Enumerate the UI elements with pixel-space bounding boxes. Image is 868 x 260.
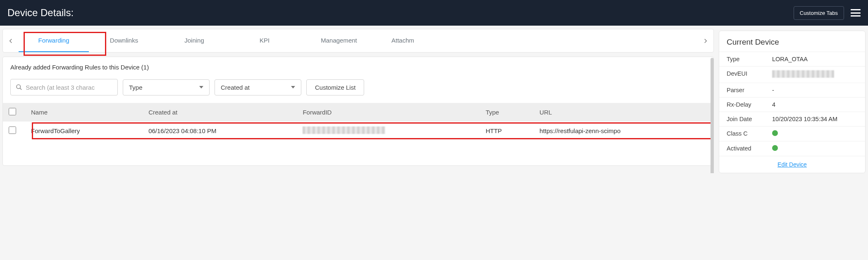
row-checkbox[interactable]	[9, 126, 16, 134]
svg-line-1	[20, 88, 21, 90]
field-deveui: DevEUI	[719, 66, 865, 83]
tab-downlinks[interactable]: Downlinks	[89, 29, 159, 52]
tab-attachments[interactable]: Attachm	[378, 29, 427, 52]
page-title: Device Details:	[7, 7, 74, 19]
cell-type: HTTP	[480, 122, 534, 141]
cell-name: ForwardToGallery	[25, 122, 143, 141]
tabs-list: Forwarding Downlinks Joining KPI Managem…	[19, 29, 698, 52]
field-type: TypeLORA_OTAA	[719, 52, 865, 66]
search-icon	[16, 83, 22, 91]
tab-joining[interactable]: Joining	[159, 29, 229, 52]
row-select-cell	[3, 122, 25, 141]
app-header: Device Details: Customize Tabs	[0, 0, 868, 26]
field-join-date: Join Date10/20/2023 10:35:34 AM	[719, 112, 865, 126]
cell-forwardid	[297, 122, 480, 141]
customize-tabs-button[interactable]: Customize Tabs	[794, 6, 844, 20]
header-actions: Customize Tabs	[794, 6, 861, 20]
menu-icon[interactable]	[851, 9, 861, 17]
chevron-down-icon	[291, 86, 295, 88]
tab-forwarding[interactable]: Forwarding	[19, 29, 89, 52]
chevron-left-icon	[7, 37, 14, 45]
rules-title: Already added Forwarding Rules to this D…	[3, 57, 713, 76]
col-url[interactable]: URL	[534, 103, 713, 122]
tab-bar: Forwarding Downlinks Joining KPI Managem…	[2, 29, 714, 52]
type-filter[interactable]: Type	[123, 79, 210, 95]
tab-scroll-left[interactable]	[3, 37, 19, 45]
select-all-checkbox[interactable]	[9, 108, 16, 115]
vertical-scrollbar[interactable]	[711, 58, 714, 173]
side-panel-title: Current Device	[719, 31, 865, 52]
table-row[interactable]: ForwardToGallery 06/16/2023 04:08:10 PM …	[3, 122, 713, 141]
tab-kpi[interactable]: KPI	[229, 29, 300, 52]
forwarding-rules-panel: Already added Forwarding Rules to this D…	[2, 57, 714, 166]
col-created[interactable]: Created at	[143, 103, 297, 122]
field-class-c: Class C	[719, 126, 865, 141]
empty-row	[3, 141, 713, 165]
search-box[interactable]	[10, 79, 118, 95]
field-rx-delay: Rx-Delay4	[719, 97, 865, 112]
select-all-cell	[3, 103, 25, 122]
cell-url: https://restfulapi-zenn-scimpo	[534, 122, 713, 141]
chevron-down-icon	[199, 86, 203, 88]
tab-scroll-right[interactable]	[698, 37, 713, 45]
created-filter-label: Created at	[221, 84, 250, 91]
tab-management[interactable]: Management	[300, 29, 378, 52]
field-activated: Activated	[719, 141, 865, 156]
svg-point-0	[17, 85, 20, 88]
status-dot-icon	[772, 130, 778, 136]
col-type[interactable]: Type	[480, 103, 534, 122]
table-header-row: Name Created at ForwardID Type URL	[3, 103, 713, 122]
chevron-right-icon	[702, 37, 709, 45]
redacted-value	[303, 126, 385, 134]
created-filter[interactable]: Created at	[215, 79, 301, 95]
cell-created: 06/16/2023 04:08:10 PM	[143, 122, 297, 141]
col-forwardid[interactable]: ForwardID	[297, 103, 480, 122]
col-name[interactable]: Name	[25, 103, 143, 122]
type-filter-label: Type	[129, 84, 143, 91]
rules-toolbar: Type Created at Customize List	[3, 76, 713, 103]
rules-table: Name Created at ForwardID Type URL Forwa…	[3, 103, 713, 165]
current-device-panel: Current Device TypeLORA_OTAA DevEUI Pars…	[719, 31, 866, 173]
edit-device-link[interactable]: Edit Device	[719, 156, 865, 173]
status-dot-icon	[772, 145, 778, 151]
search-input[interactable]	[26, 84, 112, 91]
customize-list-button[interactable]: Customize List	[306, 79, 364, 95]
redacted-value	[772, 70, 834, 78]
field-parser: Parser-	[719, 83, 865, 97]
